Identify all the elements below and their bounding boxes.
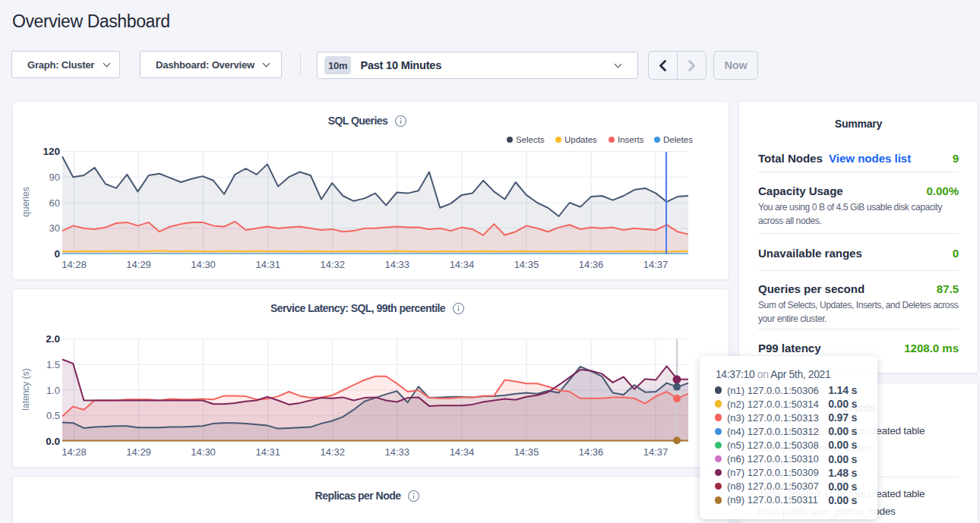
svg-text:14:34: 14:34 (450, 259, 475, 270)
svg-text:14:31: 14:31 (255, 259, 280, 270)
svg-text:14:37: 14:37 (643, 446, 669, 458)
svg-text:2.0: 2.0 (46, 333, 60, 345)
svg-text:90: 90 (49, 172, 60, 183)
svg-text:14:28: 14:28 (62, 259, 87, 270)
svg-text:14:34: 14:34 (450, 446, 475, 458)
svg-text:14:37: 14:37 (643, 259, 669, 270)
svg-text:120: 120 (43, 146, 60, 157)
svg-text:14:33: 14:33 (385, 446, 410, 458)
svg-text:14:28: 14:28 (62, 446, 87, 458)
svg-text:14:36: 14:36 (579, 446, 604, 458)
svg-text:14:35: 14:35 (514, 259, 539, 270)
svg-text:14:30: 14:30 (191, 259, 216, 270)
svg-text:14:29: 14:29 (126, 259, 151, 270)
svg-text:14:35: 14:35 (514, 446, 539, 458)
svg-text:latency (s): latency (s) (21, 368, 31, 410)
svg-text:0.0: 0.0 (46, 436, 60, 447)
svg-text:0.5: 0.5 (46, 410, 60, 421)
svg-text:14:30: 14:30 (191, 446, 216, 458)
svg-text:60: 60 (49, 197, 60, 209)
svg-text:1.0: 1.0 (46, 385, 60, 396)
svg-text:14:32: 14:32 (320, 259, 345, 270)
svg-text:14:31: 14:31 (255, 446, 280, 458)
svg-text:30: 30 (49, 222, 60, 234)
svg-text:queries: queries (21, 187, 31, 216)
svg-text:14:32: 14:32 (320, 446, 345, 458)
svg-text:1.5: 1.5 (46, 359, 60, 370)
svg-text:14:36: 14:36 (579, 259, 604, 270)
svg-text:14:29: 14:29 (126, 446, 151, 458)
svg-text:0: 0 (54, 248, 60, 260)
svg-text:14:33: 14:33 (385, 259, 410, 270)
